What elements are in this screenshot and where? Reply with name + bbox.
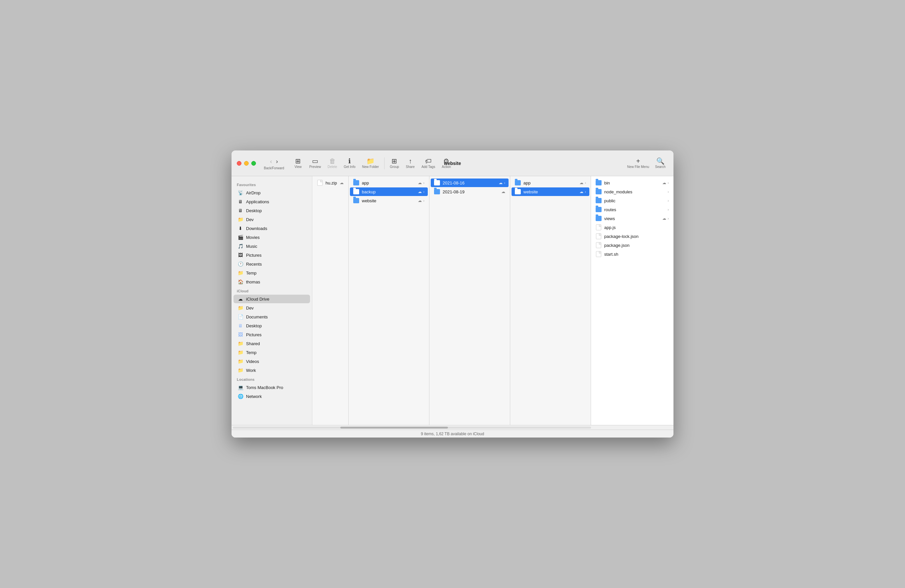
network-icon: 🌐 [237, 393, 243, 399]
sidebar-item-icloud-desktop-label: Desktop [246, 323, 262, 328]
airdrop-icon: 📡 [237, 190, 243, 195]
list-item[interactable]: app ☁ › [511, 178, 589, 187]
sidebar: Favourites 📡 AirDrop 🖥 Applications 🖥 De… [232, 176, 312, 425]
sidebar-item-macbook[interactable]: 💻 Toms MacBook Pro [233, 383, 310, 392]
new-folder-icon: 📁 [367, 158, 375, 164]
column-2: 2021-08-16 ☁ › 2021-08-19 ☁ [429, 176, 510, 425]
list-item[interactable]: node_modules › [592, 188, 672, 196]
chevron-icon: › [504, 181, 505, 185]
chevron-icon: › [423, 199, 424, 203]
list-item[interactable]: views ☁ › [592, 214, 672, 223]
list-item[interactable]: start.sh [592, 250, 672, 258]
list-item[interactable]: 2021-08-16 ☁ › [431, 178, 508, 187]
videos-icon: 📁 [237, 358, 243, 364]
list-item[interactable]: hu.zip ☁ [314, 178, 347, 187]
work-icon: 📁 [237, 367, 243, 373]
new-file-menu-button[interactable]: + New File Menu [625, 156, 652, 170]
sidebar-item-network[interactable]: 🌐 Network [233, 392, 310, 400]
list-item[interactable]: public › [592, 196, 672, 205]
search-button[interactable]: 🔍 Search [653, 156, 668, 170]
preview-button[interactable]: ▭ Preview [307, 156, 324, 170]
icloud-drive-icon: ☁ [237, 296, 243, 302]
list-item[interactable]: website ☁ › [350, 196, 428, 205]
sidebar-item-dev[interactable]: 📁 Dev [233, 215, 310, 224]
sidebar-item-airdrop-label: AirDrop [246, 191, 260, 195]
list-item[interactable]: routes › [592, 205, 672, 214]
sidebar-item-videos-label: Videos [246, 359, 259, 364]
list-item[interactable]: app.js [592, 223, 672, 232]
sidebar-item-applications-label: Applications [246, 199, 269, 204]
icloud-section-label: iCloud [232, 286, 312, 294]
sidebar-item-temp[interactable]: 📁 Temp [233, 269, 310, 277]
back-button[interactable]: ‹ [268, 157, 274, 166]
new-file-menu-label: New File Menu [627, 165, 649, 168]
icloud-icon: ☁ [418, 181, 422, 185]
folder-icon-bin [595, 180, 602, 186]
sidebar-item-documents[interactable]: 📄 Documents [233, 313, 310, 321]
view-label: View [295, 165, 302, 168]
scrollbar-thumb[interactable] [340, 427, 448, 429]
icloud-icon: ☁ [499, 181, 503, 185]
list-item[interactable]: package.json [592, 241, 672, 250]
file-icon-hu [317, 180, 323, 186]
computer-icon: 💻 [237, 385, 243, 390]
list-item[interactable]: package-lock.json [592, 232, 672, 240]
sidebar-item-music[interactable]: 🎵 Music [233, 242, 310, 250]
sidebar-item-icloud-temp-label: Temp [246, 350, 257, 355]
new-folder-button[interactable]: 📁 New Folder [359, 156, 382, 170]
sidebar-item-music-label: Music [246, 244, 257, 249]
sidebar-item-applications[interactable]: 🖥 Applications [233, 197, 310, 206]
sidebar-item-recents[interactable]: 🕐 Recents [233, 260, 310, 268]
sidebar-item-work[interactable]: 📁 Work [233, 366, 310, 375]
sidebar-item-icloud-desktop[interactable]: 🖥 Desktop [233, 321, 310, 330]
delete-label: Delete [327, 165, 337, 168]
sidebar-item-videos[interactable]: 📁 Videos [233, 357, 310, 366]
sidebar-item-icloud-pictures[interactable]: 🖼 Pictures [233, 330, 310, 339]
folder-icon-2021-08-19 [434, 189, 440, 195]
sidebar-item-desktop[interactable]: 🖥 Desktop [233, 206, 310, 215]
sidebar-item-downloads[interactable]: ⬇ Downloads [233, 224, 310, 233]
sidebar-item-airdrop[interactable]: 📡 AirDrop [233, 188, 310, 197]
view-icon: ⊞ [295, 158, 301, 164]
maximize-button[interactable] [251, 161, 256, 166]
chevron-icon: › [423, 181, 424, 185]
horizontal-scrollbar[interactable] [232, 425, 673, 430]
back-forward-label: Back/Forward [264, 166, 284, 170]
list-item[interactable]: website ☁ › [511, 188, 589, 196]
sidebar-item-pictures[interactable]: 🖼 Pictures [233, 251, 310, 259]
group-button[interactable]: ⊞ Group [387, 156, 402, 170]
sidebar-item-icloud-temp[interactable]: 📁 Temp [233, 348, 310, 357]
icloud-icon: ☁ [501, 189, 505, 194]
chevron-icon: › [668, 216, 669, 221]
list-item[interactable]: backup ☁ › [350, 188, 428, 196]
sidebar-item-icloud-dev[interactable]: 📁 Dev [233, 304, 310, 312]
delete-button[interactable]: 🗑 Delete [325, 156, 340, 170]
dev-icon: 📁 [237, 216, 243, 222]
forward-button[interactable]: › [274, 157, 280, 166]
folder-icon-app [353, 180, 359, 186]
list-item[interactable]: 2021-08-19 ☁ [431, 188, 508, 196]
new-folder-label: New Folder [362, 165, 379, 168]
close-button[interactable] [237, 161, 241, 166]
sidebar-item-pictures-label: Pictures [246, 253, 262, 258]
add-tags-button[interactable]: 🏷 Add Tags [419, 156, 438, 170]
view-button[interactable]: ⊞ View [291, 156, 305, 170]
get-info-button[interactable]: ℹ Get Info [341, 156, 358, 170]
documents-icon: 📄 [237, 314, 243, 320]
temp-icon: 📁 [237, 270, 243, 276]
folder-icon-node-modules [595, 189, 602, 195]
movies-icon: 🎬 [237, 234, 243, 240]
minimize-button[interactable] [244, 161, 249, 166]
share-button[interactable]: ↑ Share [403, 156, 418, 170]
preview-icon: ▭ [312, 158, 318, 164]
sidebar-item-icloud-pictures-label: Pictures [246, 332, 262, 337]
list-item[interactable]: app ☁ › [350, 178, 428, 187]
folder-icon-website2 [515, 189, 521, 195]
list-item[interactable]: bin ☁ › [592, 178, 672, 187]
sidebar-item-movies[interactable]: 🎬 Movies [233, 233, 310, 242]
sidebar-item-icloud-drive[interactable]: ☁ iCloud Drive [233, 295, 310, 303]
icloud-icon: ☁ [662, 216, 666, 221]
sidebar-item-shared[interactable]: 📁 Shared [233, 339, 310, 348]
icloud-temp-icon: 📁 [237, 350, 243, 355]
sidebar-item-thomas[interactable]: 🏠 thomas [233, 278, 310, 286]
